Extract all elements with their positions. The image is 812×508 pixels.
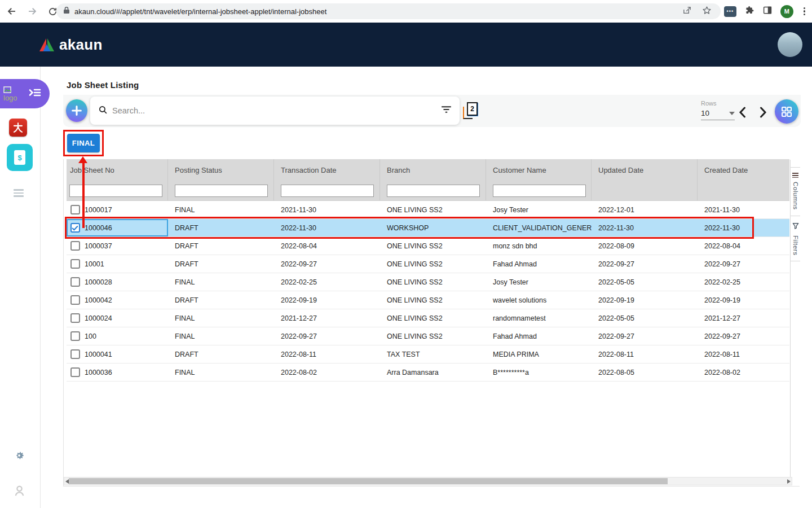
scrollbar-thumb[interactable] xyxy=(69,478,668,484)
share-icon[interactable] xyxy=(682,6,692,17)
cell-created-date: 2022-02-25 xyxy=(698,278,789,286)
table-row[interactable]: 1000036 FINAL 2022-08-02 Arra Damansara … xyxy=(67,364,789,382)
user-avatar[interactable] xyxy=(778,32,802,57)
scroll-right-arrow-icon[interactable] xyxy=(787,479,791,484)
filters-tab[interactable]: Filters xyxy=(791,216,800,262)
pages-count: 2 xyxy=(467,102,478,116)
row-checkbox[interactable] xyxy=(70,259,80,269)
sidebar-toggle-icon[interactable] xyxy=(28,87,42,100)
dollar-doc-icon: $ xyxy=(14,150,25,165)
table-row[interactable]: 1000024 FINAL 2021-12-27 ONE LIVING SS2 … xyxy=(67,309,789,327)
cell-job-sheet-no: 1000028 xyxy=(83,278,168,286)
cell-transaction-date: 2022-08-11 xyxy=(274,351,380,358)
forward-icon[interactable] xyxy=(24,3,41,20)
applet-icon-red[interactable] xyxy=(9,119,27,137)
settings-gear-icon[interactable] xyxy=(13,449,25,464)
previous-page-button[interactable] xyxy=(735,105,749,120)
cell-created-date: 2022-09-27 xyxy=(698,260,789,268)
row-checkbox[interactable] xyxy=(70,205,80,214)
address-bar[interactable]: akaun.cloud/#/applet/tnt/wavelet/erp/int… xyxy=(56,3,721,19)
browser-toolbar: akaun.cloud/#/applet/tnt/wavelet/erp/int… xyxy=(0,0,812,23)
cell-transaction-date: 2022-09-27 xyxy=(274,260,380,268)
row-checkbox[interactable] xyxy=(70,223,80,233)
lock-icon xyxy=(63,6,70,16)
cell-created-date: 2022-09-27 xyxy=(698,332,789,340)
table-row[interactable]: 1000042 DRAFT 2022-09-19 ONE LIVING SS2 … xyxy=(67,291,789,309)
cell-customer-name: Josy Tester xyxy=(486,206,592,214)
row-checkbox[interactable] xyxy=(70,295,80,305)
list-menu-icon[interactable] xyxy=(14,188,26,198)
akaun-triangle-icon xyxy=(38,37,55,52)
cell-branch: ONE LIVING SS2 xyxy=(380,296,486,304)
columns-icon xyxy=(792,173,798,178)
cell-transaction-date: 2021-11-30 xyxy=(274,206,380,214)
browser-menu-icon[interactable] xyxy=(801,7,807,16)
table-side-rail: Columns Filters xyxy=(790,160,800,477)
column-header[interactable]: Posting Status xyxy=(168,159,274,181)
row-checkbox[interactable] xyxy=(70,313,80,323)
cell-transaction-date: 2022-08-02 xyxy=(274,369,380,376)
cell-posting-status: FINAL xyxy=(168,206,274,214)
row-checkbox[interactable] xyxy=(70,331,80,341)
column-header[interactable]: Customer Name xyxy=(486,159,592,181)
table-body: 1000017 FINAL 2021-11-30 ONE LIVING SS2 … xyxy=(67,201,789,382)
url-text[interactable]: akaun.cloud/#/applet/tnt/wavelet/erp/int… xyxy=(74,7,682,16)
grid-view-button[interactable] xyxy=(775,99,798,124)
duplicate-pages-icon[interactable]: 2 xyxy=(463,102,478,119)
account-person-icon[interactable] xyxy=(13,484,26,500)
tenant-logo-pill[interactable]: logo xyxy=(0,79,50,108)
row-checkbox[interactable] xyxy=(70,277,80,287)
filter-input-posting-status[interactable] xyxy=(175,185,268,197)
side-panel-icon[interactable] xyxy=(762,5,773,17)
table-row[interactable]: 1000046 DRAFT 2022-11-30 WORKSHOP CLIENT… xyxy=(67,219,789,237)
cell-posting-status: DRAFT xyxy=(168,296,274,304)
columns-tab[interactable]: Columns xyxy=(791,168,800,216)
rows-select[interactable]: 10 xyxy=(701,109,735,120)
applet-icon-jobsheet[interactable]: $ xyxy=(7,144,33,171)
column-header[interactable]: Transaction Date xyxy=(274,159,380,181)
cell-created-date: 2022-09-19 xyxy=(698,296,789,304)
table-row[interactable]: 1000017 FINAL 2021-11-30 ONE LIVING SS2 … xyxy=(67,201,789,219)
back-icon[interactable] xyxy=(3,3,20,20)
row-checkbox[interactable] xyxy=(70,241,80,251)
bookmark-star-icon[interactable] xyxy=(702,6,712,17)
row-checkbox[interactable] xyxy=(70,349,80,359)
table-row[interactable]: 100 FINAL 2022-09-27 ONE LIVING SS2 Faha… xyxy=(67,327,789,345)
cell-posting-status: FINAL xyxy=(168,332,274,340)
table-filter-row xyxy=(67,181,789,201)
annotation-arrow-line xyxy=(82,162,85,228)
search-icon xyxy=(98,105,108,117)
column-header[interactable]: Created Date xyxy=(698,159,789,181)
filter-input-branch[interactable] xyxy=(387,185,480,197)
cell-branch: Arra Damansara xyxy=(380,369,486,376)
next-page-button[interactable] xyxy=(756,105,770,120)
cell-updated-date: 2022-09-19 xyxy=(592,296,698,304)
page: akaun.cloud/#/applet/tnt/wavelet/erp/int… xyxy=(0,0,812,508)
cell-job-sheet-no: 100 xyxy=(83,332,168,340)
column-header[interactable]: Branch xyxy=(380,159,486,181)
add-button[interactable] xyxy=(66,99,87,122)
cell-created-date: 2022-08-02 xyxy=(698,369,789,376)
table-row[interactable]: 10001 DRAFT 2022-09-27 ONE LIVING SS2 Fa… xyxy=(67,255,789,273)
final-button[interactable]: FINAL xyxy=(67,134,100,152)
filter-list-icon[interactable] xyxy=(441,105,452,116)
row-checkbox[interactable] xyxy=(70,367,80,377)
table-row[interactable]: 1000028 FINAL 2022-02-25 ONE LIVING SS2 … xyxy=(67,273,789,291)
filter-input-transaction-date[interactable] xyxy=(281,185,374,197)
cell-job-sheet-no: 10001 xyxy=(83,260,168,268)
extensions-puzzle-icon[interactable] xyxy=(744,5,754,17)
table-row[interactable]: 1000041 DRAFT 2022-08-11 TAX TEST MEDIA … xyxy=(67,345,789,364)
search-input[interactable] xyxy=(112,106,441,115)
horizontal-scrollbar[interactable] xyxy=(64,477,792,485)
cell-customer-name: Fahad Ahmad xyxy=(486,332,592,340)
column-header[interactable]: Updated Date xyxy=(592,159,698,181)
table-row[interactable]: 1000037 DRAFT 2022-08-04 ONE LIVING SS2 … xyxy=(67,237,789,255)
cell-posting-status: FINAL xyxy=(168,314,274,322)
cell-customer-name: MEDIA PRIMA xyxy=(486,351,592,358)
filter-input-customer-name[interactable] xyxy=(493,185,586,197)
cell-branch: WORKSHOP xyxy=(380,224,486,232)
browser-profile-avatar[interactable]: M xyxy=(780,5,793,18)
brand-name: akaun xyxy=(59,36,103,54)
cell-customer-name: randomnametest xyxy=(486,314,592,322)
extension-badge-icon[interactable]: ••• xyxy=(724,6,736,17)
